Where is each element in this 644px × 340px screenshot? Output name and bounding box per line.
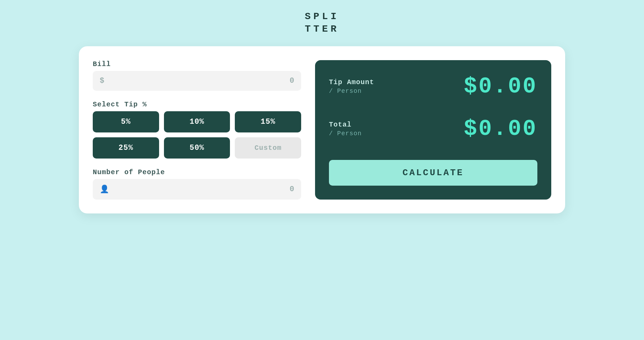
tip-btn-25[interactable]: 25% bbox=[93, 137, 159, 159]
title-line1: SPLI bbox=[305, 11, 339, 22]
tip-label: Select Tip % bbox=[93, 100, 301, 108]
tip-buttons-grid: 5% 10% 15% 25% 50% Custom bbox=[93, 111, 301, 159]
results-area: Tip Amount / Person $0.00 Total / Person… bbox=[329, 74, 537, 148]
tip-amount-value: $0.00 bbox=[464, 74, 537, 99]
calculate-button[interactable]: CALCULATE bbox=[329, 160, 537, 186]
bill-value: 0 bbox=[290, 76, 294, 85]
people-section: Number of People 👤 0 bbox=[93, 168, 301, 200]
total-section: Total / Person $0.00 bbox=[329, 116, 537, 141]
people-label: Number of People bbox=[93, 168, 301, 176]
people-input-wrapper[interactable]: 👤 0 bbox=[93, 179, 301, 200]
total-value: $0.00 bbox=[464, 116, 537, 141]
left-panel: Bill $ 0 Select Tip % 5% 10% 15% 25% 50%… bbox=[93, 60, 301, 200]
person-icon: 👤 bbox=[100, 185, 109, 194]
total-row: Total / Person $0.00 bbox=[329, 116, 537, 141]
bill-section: Bill $ 0 bbox=[93, 60, 301, 91]
app-title: SPLI TTER bbox=[305, 10, 339, 36]
tip-amount-labels: Tip Amount / Person bbox=[329, 78, 374, 95]
bill-label: Bill bbox=[93, 60, 301, 68]
tip-btn-50[interactable]: 50% bbox=[164, 137, 230, 159]
dollar-icon: $ bbox=[100, 76, 104, 85]
tip-btn-5[interactable]: 5% bbox=[93, 111, 159, 132]
title-line2: TTER bbox=[305, 24, 339, 34]
tip-amount-section: Tip Amount / Person $0.00 bbox=[329, 74, 537, 99]
main-card: Bill $ 0 Select Tip % 5% 10% 15% 25% 50%… bbox=[79, 46, 565, 213]
tip-per-person: / Person bbox=[329, 88, 374, 95]
tip-amount-row: Tip Amount / Person $0.00 bbox=[329, 74, 537, 99]
right-panel: Tip Amount / Person $0.00 Total / Person… bbox=[315, 60, 551, 200]
total-label: Total bbox=[329, 121, 362, 129]
people-value: 0 bbox=[290, 185, 294, 194]
total-per-person: / Person bbox=[329, 130, 362, 137]
tip-btn-15[interactable]: 15% bbox=[235, 111, 301, 132]
tip-section: Select Tip % 5% 10% 15% 25% 50% Custom bbox=[93, 100, 301, 159]
divider bbox=[329, 106, 537, 116]
tip-btn-10[interactable]: 10% bbox=[164, 111, 230, 132]
bill-input-wrapper[interactable]: $ 0 bbox=[93, 71, 301, 91]
tip-btn-custom[interactable]: Custom bbox=[235, 137, 301, 159]
total-labels: Total / Person bbox=[329, 121, 362, 137]
tip-amount-label: Tip Amount bbox=[329, 78, 374, 86]
